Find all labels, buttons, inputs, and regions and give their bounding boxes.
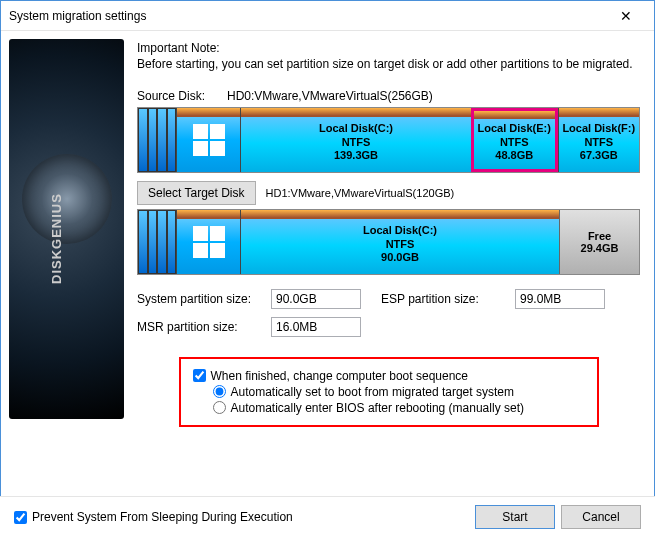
main-panel: Important Note: Before starting, you can… [131,31,654,536]
partition-block[interactable]: Local Disk(E:)NTFS48.8GB [471,108,558,172]
boot-sequence-box: When finished, change computer boot sequ… [179,357,599,427]
prevent-sleep-input[interactable] [14,511,27,524]
close-icon[interactable]: ✕ [606,8,646,24]
partition-block[interactable]: Local Disk(F:)NTFS67.3GB [558,108,640,172]
system-partition-field: System partition size: [137,289,361,309]
esp-partition-field: ESP partition size: [381,289,605,309]
window-title: System migration settings [9,9,606,23]
when-finished-checkbox[interactable]: When finished, change computer boot sequ… [193,369,585,383]
bottom-bar: Prevent System From Sleeping During Exec… [0,496,655,537]
auto-boot-radio[interactable]: Automatically set to boot from migrated … [213,385,585,399]
source-disk-value: HD0:VMware,VMwareVirtualS(256GB) [227,89,433,103]
bios-radio[interactable]: Automatically enter BIOS after rebooting… [213,401,585,415]
system-partition-input[interactable] [271,289,361,309]
bios-input[interactable] [213,401,226,414]
partition-size-fields: System partition size: ESP partition siz… [137,289,640,337]
partition-block[interactable]: Local Disk(C:)NTFS139.3GB [240,108,471,172]
system-partition-label: System partition size: [137,292,267,306]
msr-partition-label: MSR partition size: [137,320,267,334]
select-target-button[interactable]: Select Target Disk [137,181,256,205]
target-disk-bar[interactable]: Local Disk(C:)NTFS90.0GBFree29.4GB [137,209,640,275]
source-disk-bar[interactable]: Local Disk(C:)NTFS139.3GBLocal Disk(E:)N… [137,107,640,173]
target-disk-value: HD1:VMware,VMwareVirtualS(120GB) [266,187,455,199]
titlebar: System migration settings ✕ [1,1,654,31]
cancel-button[interactable]: Cancel [561,505,641,529]
partition-block[interactable]: Local Disk(C:)NTFS90.0GB [240,210,559,274]
msr-partition-input[interactable] [271,317,361,337]
esp-partition-input[interactable] [515,289,605,309]
auto-boot-input[interactable] [213,385,226,398]
windows-logo-icon [176,210,240,274]
start-button[interactable]: Start [475,505,555,529]
esp-partition-label: ESP partition size: [381,292,511,306]
source-disk-label: Source Disk: [137,89,227,103]
sidebar [1,31,131,536]
windows-logo-icon [176,108,240,172]
prevent-sleep-checkbox[interactable]: Prevent System From Sleeping During Exec… [14,510,293,524]
note-title: Important Note: [137,41,640,55]
diskgenius-logo [9,39,124,419]
source-disk-row: Source Disk: HD0:VMware,VMwareVirtualS(2… [137,89,640,103]
msr-partition-field: MSR partition size: [137,317,361,337]
when-finished-input[interactable] [193,369,206,382]
free-space-block[interactable]: Free29.4GB [559,210,639,274]
content-area: Important Note: Before starting, you can… [1,31,654,536]
note-text: Before starting, you can set partition s… [137,57,640,73]
target-disk-row: Select Target Disk HD1:VMware,VMwareVirt… [137,181,640,205]
